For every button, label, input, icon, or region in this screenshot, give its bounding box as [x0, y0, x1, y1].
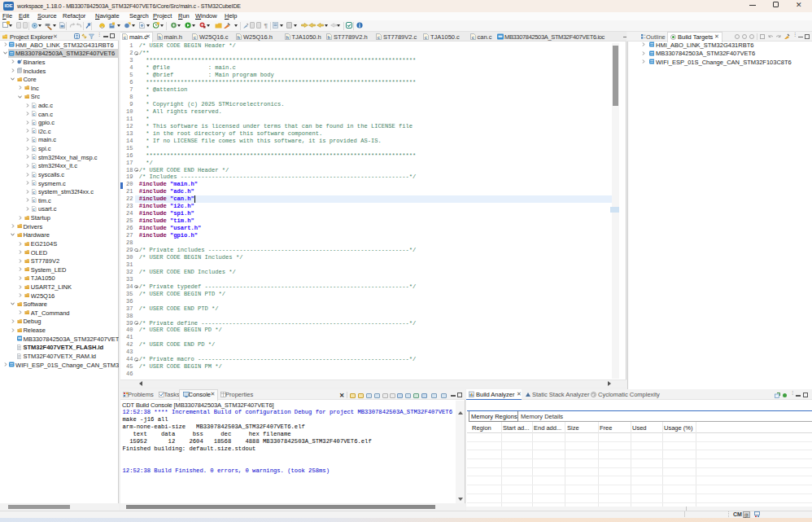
svg-text:c: c	[471, 35, 474, 40]
svg-text:c: c	[425, 35, 427, 40]
svg-text:c: c	[378, 35, 380, 40]
svg-text:c: c	[194, 35, 196, 40]
svg-text:c: c	[124, 35, 126, 40]
